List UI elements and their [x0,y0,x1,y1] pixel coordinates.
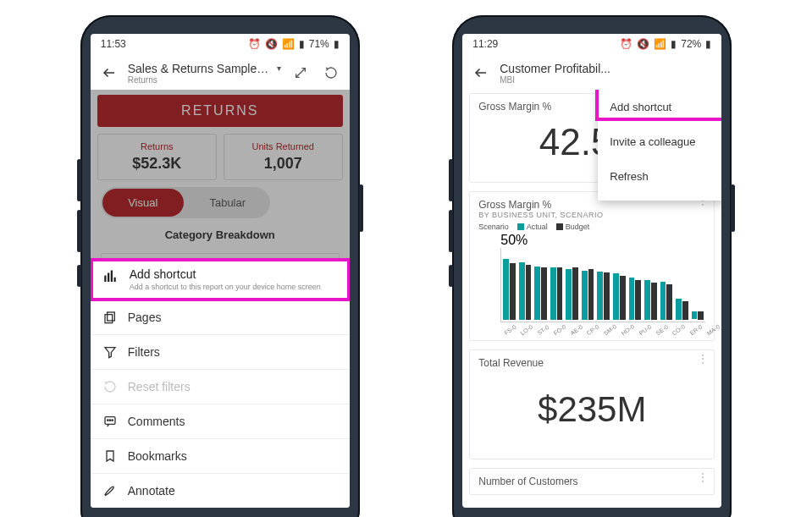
cat-label-FO-0: FO-0 [552,323,566,336]
cat-label-ER-0: ER-0 [688,323,703,336]
tab-tabular[interactable]: Tabular [187,189,268,217]
bar-SM-0 [597,248,610,322]
menu-invite-colleague[interactable]: Invite a colleague [598,124,721,159]
signal-icon: ▮ [671,38,677,50]
sheet-pages[interactable]: Pages [91,300,350,335]
bar-FO-0-actual [550,267,556,320]
bar-ER-0-budget [682,301,688,320]
refresh-button[interactable] [319,61,343,85]
chart-shortcut-icon [102,269,118,284]
svg-rect-6 [107,312,114,321]
cat-label-SE-0: SE-0 [655,324,669,337]
bar-MA-0 [692,248,704,322]
bar-ST-0-actual [534,267,540,320]
dashboard-title[interactable]: Customer Profitabil... [500,62,610,75]
overflow-menu: Add shortcut Invite a colleague Refresh [598,90,721,201]
bar-FO-0-budget [557,267,563,320]
returns-banner: RETURNS [97,95,343,127]
card-total-revenue[interactable]: ⋮ Total Revenue $235M [469,349,715,459]
sheet-pages-label: Pages [128,311,162,324]
sheet-comments[interactable]: Comments [91,404,350,439]
legend-title: Scenario [478,223,509,231]
total-revenue-value: $235M [478,369,705,452]
bar-CP-0 [582,248,594,322]
cat-label-HO-0: HO-0 [620,323,635,336]
battery-icon: ▮ [705,38,711,50]
filter-icon [102,344,118,360]
bar-MA-0-budget [698,311,704,320]
bar-SM-0-budget [604,272,610,320]
report-subtitle: Returns [128,75,282,85]
bar-HO-0-budget [620,276,626,320]
kpi-units-returned[interactable]: Units Returned 1,007 [224,134,343,180]
kpi-returns[interactable]: Returns $52.3K [97,134,217,180]
cat-label-AE-0: AE-0 [569,324,583,337]
back-button[interactable] [97,61,121,85]
bar-FS-0-budget [510,263,516,320]
sheet-bookmarks[interactable]: Bookmarks [91,439,350,474]
expand-button[interactable] [289,61,312,85]
card-more-icon[interactable]: ⋮ [697,355,709,362]
battery-icon: ▮ [334,38,340,50]
sheet-add-shortcut[interactable]: Add shortcut Add a shortcut to this repo… [91,259,350,300]
add-shortcut-sub: Add a shortcut to this report on your de… [130,283,321,291]
bar-CP-0-actual [582,271,588,320]
cat-label-CO-0: CO-0 [671,323,687,336]
dashboard-body: Add shortcut Invite a colleague Refresh … [462,90,721,504]
gm-chart-subtitle: BY BUSINESS UNIT, SCENARIO [478,211,705,219]
total-revenue-title: Total Revenue [478,357,705,369]
mute-icon: 🔇 [265,38,278,50]
bar-ER-0 [676,248,688,322]
dashboard-header: Customer Profitabil... MBI [462,54,721,90]
status-bar: 11:29 ⏰ 🔇 📶 ▮ 72% ▮ [462,34,721,54]
back-button[interactable] [469,61,493,85]
add-shortcut-title: Add shortcut [130,267,196,281]
screen-right: 11:29 ⏰ 🔇 📶 ▮ 72% ▮ Customer Profitabil.… [462,34,721,508]
sheet-comments-label: Comments [128,415,185,428]
status-icons: ⏰ 🔇 📶 ▮ 72% ▮ [620,38,711,50]
bar-LO-0-budget [526,265,532,320]
svg-rect-3 [108,273,109,283]
bar-FO-0 [550,248,563,322]
bar-SE-0 [644,248,657,322]
card-gross-margin-chart[interactable]: ⋮ Gross Margin % BY BUSINESS UNIT, SCENA… [469,191,715,341]
cat-label-SM-0: SM-0 [603,323,618,336]
menu-refresh[interactable]: Refresh [598,159,721,194]
wifi-icon: 📶 [654,38,666,50]
gm-chart-legend: Scenario Actual Budget [478,223,705,231]
signal-icon: ▮ [299,38,305,50]
card-number-of-customers[interactable]: ⋮ Number of Customers [469,468,715,495]
action-sheet: Add shortcut Add a shortcut to this repo… [91,258,350,508]
svg-rect-7 [105,315,113,323]
annotate-icon [102,483,118,498]
sheet-annotate[interactable]: Annotate [91,474,350,508]
reset-icon [102,379,118,394]
bar-HO-0 [613,248,626,322]
card-more-icon[interactable]: ⋮ [697,474,709,481]
menu-add-shortcut[interactable]: Add shortcut [598,90,721,124]
view-toggle: Visual Tabular [101,187,270,218]
phone-left: 11:53 ⏰ 🔇 📶 ▮ 71% ▮ Sales & Returns Samp… [80,15,360,517]
tab-visual[interactable]: Visual [102,189,184,217]
legend-swatch-budget [556,223,563,230]
gm-category-labels: FS-0LO-0ST-0FO-0AE-0CP-0SM-0HO-0PU-0SE-0… [500,322,705,333]
svg-marker-8 [105,348,115,358]
kpi-units-value: 1,007 [228,155,339,173]
cat-label-ST-0: ST-0 [536,324,550,336]
bar-PU-0-budget [635,280,641,320]
sheet-bookmarks-label: Bookmarks [128,449,187,463]
bar-HO-0-actual [613,273,619,320]
svg-line-1 [296,69,305,78]
wifi-icon: 📶 [282,38,295,50]
sheet-filters[interactable]: Filters [91,335,350,370]
bar-AE-0-actual [566,269,572,320]
bar-LO-0 [519,248,532,322]
category-breakdown-label: Category Breakdown [97,228,343,241]
report-title[interactable]: Sales & Returns Sample v... [128,62,272,75]
bar-AE-0-budget [572,267,578,320]
chevron-down-icon[interactable]: ▾ [277,63,281,73]
kpi-returns-value: $52.3K [102,155,213,173]
svg-point-12 [112,420,113,421]
sheet-filters-label: Filters [128,345,160,359]
bar-FS-0 [503,248,516,322]
